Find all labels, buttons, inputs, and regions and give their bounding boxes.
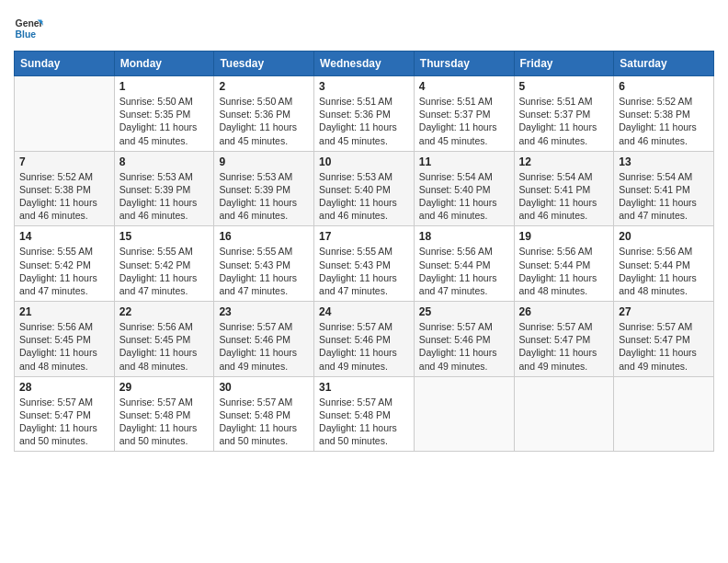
column-header-wednesday: Wednesday (314, 52, 415, 76)
day-info: Sunrise: 5:57 AMSunset: 5:47 PMDaylight:… (519, 320, 609, 373)
day-info: Sunrise: 5:53 AMSunset: 5:39 PMDaylight:… (219, 170, 309, 223)
day-number: 19 (519, 230, 609, 243)
calendar-cell: 5Sunrise: 5:51 AMSunset: 5:37 PMDaylight… (514, 76, 614, 152)
logo: General Blue (14, 14, 47, 43)
day-number: 14 (19, 230, 109, 243)
calendar-cell: 31Sunrise: 5:57 AMSunset: 5:48 PMDayligh… (314, 376, 415, 452)
calendar-cell: 7Sunrise: 5:52 AMSunset: 5:38 PMDaylight… (15, 151, 115, 226)
day-number: 13 (619, 155, 709, 168)
calendar-cell: 19Sunrise: 5:56 AMSunset: 5:44 PMDayligh… (514, 226, 614, 302)
day-info: Sunrise: 5:57 AMSunset: 5:48 PMDaylight:… (119, 396, 210, 448)
day-info: Sunrise: 5:55 AMSunset: 5:42 PMDaylight:… (119, 245, 210, 297)
day-info: Sunrise: 5:56 AMSunset: 5:44 PMDaylight:… (619, 245, 709, 297)
calendar-cell: 17Sunrise: 5:55 AMSunset: 5:43 PMDayligh… (314, 226, 415, 302)
day-number: 18 (419, 230, 509, 243)
day-number: 3 (319, 80, 409, 93)
calendar-cell: 30Sunrise: 5:57 AMSunset: 5:48 PMDayligh… (214, 376, 314, 452)
calendar-week-3: 14Sunrise: 5:55 AMSunset: 5:42 PMDayligh… (15, 226, 714, 302)
day-number: 16 (219, 230, 309, 243)
day-info: Sunrise: 5:54 AMSunset: 5:41 PMDaylight:… (619, 170, 709, 223)
page-header: General Blue (14, 9, 714, 43)
column-header-monday: Monday (114, 52, 214, 76)
calendar-cell: 14Sunrise: 5:55 AMSunset: 5:42 PMDayligh… (15, 226, 115, 302)
day-info: Sunrise: 5:57 AMSunset: 5:47 PMDaylight:… (619, 320, 709, 373)
calendar-cell: 6Sunrise: 5:52 AMSunset: 5:38 PMDaylight… (614, 76, 714, 152)
logo-icon: General Blue (14, 14, 43, 43)
day-number: 8 (119, 155, 210, 168)
calendar-cell: 28Sunrise: 5:57 AMSunset: 5:47 PMDayligh… (15, 376, 115, 452)
calendar-cell: 9Sunrise: 5:53 AMSunset: 5:39 PMDaylight… (214, 151, 314, 226)
day-number: 29 (119, 381, 210, 394)
day-number: 30 (219, 381, 309, 394)
day-number: 17 (319, 230, 409, 243)
calendar-week-2: 7Sunrise: 5:52 AMSunset: 5:38 PMDaylight… (15, 151, 714, 226)
day-number: 31 (319, 381, 409, 394)
calendar-cell: 11Sunrise: 5:54 AMSunset: 5:40 PMDayligh… (414, 151, 514, 226)
day-number: 21 (19, 305, 109, 318)
day-info: Sunrise: 5:56 AMSunset: 5:45 PMDaylight:… (19, 320, 109, 373)
day-number: 11 (419, 155, 509, 168)
day-info: Sunrise: 5:51 AMSunset: 5:36 PMDaylight:… (319, 95, 409, 147)
column-header-saturday: Saturday (614, 52, 714, 76)
calendar-cell: 3Sunrise: 5:51 AMSunset: 5:36 PMDaylight… (314, 76, 415, 152)
day-number: 6 (619, 80, 709, 93)
calendar-cell: 4Sunrise: 5:51 AMSunset: 5:37 PMDaylight… (414, 76, 514, 152)
day-info: Sunrise: 5:57 AMSunset: 5:46 PMDaylight:… (319, 320, 409, 373)
day-number: 27 (619, 305, 709, 318)
calendar-cell (15, 76, 115, 152)
calendar-cell: 12Sunrise: 5:54 AMSunset: 5:41 PMDayligh… (514, 151, 614, 226)
day-number: 24 (319, 305, 409, 318)
column-header-friday: Friday (514, 52, 614, 76)
day-number: 15 (119, 230, 210, 243)
day-info: Sunrise: 5:55 AMSunset: 5:43 PMDaylight:… (319, 245, 409, 297)
calendar-cell: 26Sunrise: 5:57 AMSunset: 5:47 PMDayligh… (514, 302, 614, 377)
day-number: 12 (519, 155, 609, 168)
calendar-week-1: 1Sunrise: 5:50 AMSunset: 5:35 PMDaylight… (15, 76, 714, 152)
calendar-cell: 29Sunrise: 5:57 AMSunset: 5:48 PMDayligh… (114, 376, 214, 452)
calendar-cell: 21Sunrise: 5:56 AMSunset: 5:45 PMDayligh… (15, 302, 115, 377)
day-number: 28 (19, 381, 109, 394)
day-info: Sunrise: 5:54 AMSunset: 5:40 PMDaylight:… (419, 170, 509, 223)
day-number: 22 (119, 305, 210, 318)
day-number: 9 (219, 155, 309, 168)
day-info: Sunrise: 5:57 AMSunset: 5:46 PMDaylight:… (219, 320, 309, 373)
day-info: Sunrise: 5:51 AMSunset: 5:37 PMDaylight:… (519, 95, 609, 147)
day-info: Sunrise: 5:51 AMSunset: 5:37 PMDaylight:… (419, 95, 509, 147)
calendar-week-5: 28Sunrise: 5:57 AMSunset: 5:47 PMDayligh… (15, 376, 714, 452)
calendar-cell: 27Sunrise: 5:57 AMSunset: 5:47 PMDayligh… (614, 302, 714, 377)
day-info: Sunrise: 5:54 AMSunset: 5:41 PMDaylight:… (519, 170, 609, 223)
day-number: 20 (619, 230, 709, 243)
day-number: 23 (219, 305, 309, 318)
day-number: 5 (519, 80, 609, 93)
calendar-cell: 8Sunrise: 5:53 AMSunset: 5:39 PMDaylight… (114, 151, 214, 226)
day-info: Sunrise: 5:57 AMSunset: 5:48 PMDaylight:… (319, 396, 409, 448)
calendar-cell: 16Sunrise: 5:55 AMSunset: 5:43 PMDayligh… (214, 226, 314, 302)
column-header-sunday: Sunday (15, 52, 115, 76)
svg-text:Blue: Blue (16, 29, 37, 40)
calendar-cell: 18Sunrise: 5:56 AMSunset: 5:44 PMDayligh… (414, 226, 514, 302)
day-info: Sunrise: 5:52 AMSunset: 5:38 PMDaylight:… (19, 170, 109, 223)
calendar-cell: 24Sunrise: 5:57 AMSunset: 5:46 PMDayligh… (314, 302, 415, 377)
day-number: 1 (119, 80, 210, 93)
calendar-cell: 2Sunrise: 5:50 AMSunset: 5:36 PMDaylight… (214, 76, 314, 152)
calendar-table: SundayMondayTuesdayWednesdayThursdayFrid… (14, 51, 714, 452)
day-info: Sunrise: 5:56 AMSunset: 5:44 PMDaylight:… (519, 245, 609, 297)
calendar-cell (614, 376, 714, 452)
day-info: Sunrise: 5:53 AMSunset: 5:40 PMDaylight:… (319, 170, 409, 223)
day-info: Sunrise: 5:50 AMSunset: 5:36 PMDaylight:… (219, 95, 309, 147)
day-info: Sunrise: 5:57 AMSunset: 5:48 PMDaylight:… (219, 396, 309, 448)
day-number: 7 (19, 155, 109, 168)
day-info: Sunrise: 5:55 AMSunset: 5:43 PMDaylight:… (219, 245, 309, 297)
column-header-tuesday: Tuesday (214, 52, 314, 76)
column-header-thursday: Thursday (414, 52, 514, 76)
day-number: 26 (519, 305, 609, 318)
day-number: 10 (319, 155, 409, 168)
calendar-cell: 13Sunrise: 5:54 AMSunset: 5:41 PMDayligh… (614, 151, 714, 226)
day-info: Sunrise: 5:50 AMSunset: 5:35 PMDaylight:… (119, 95, 210, 147)
calendar-cell: 22Sunrise: 5:56 AMSunset: 5:45 PMDayligh… (114, 302, 214, 377)
calendar-cell: 15Sunrise: 5:55 AMSunset: 5:42 PMDayligh… (114, 226, 214, 302)
day-number: 25 (419, 305, 509, 318)
day-info: Sunrise: 5:52 AMSunset: 5:38 PMDaylight:… (619, 95, 709, 147)
calendar-week-4: 21Sunrise: 5:56 AMSunset: 5:45 PMDayligh… (15, 302, 714, 377)
day-info: Sunrise: 5:56 AMSunset: 5:45 PMDaylight:… (119, 320, 210, 373)
